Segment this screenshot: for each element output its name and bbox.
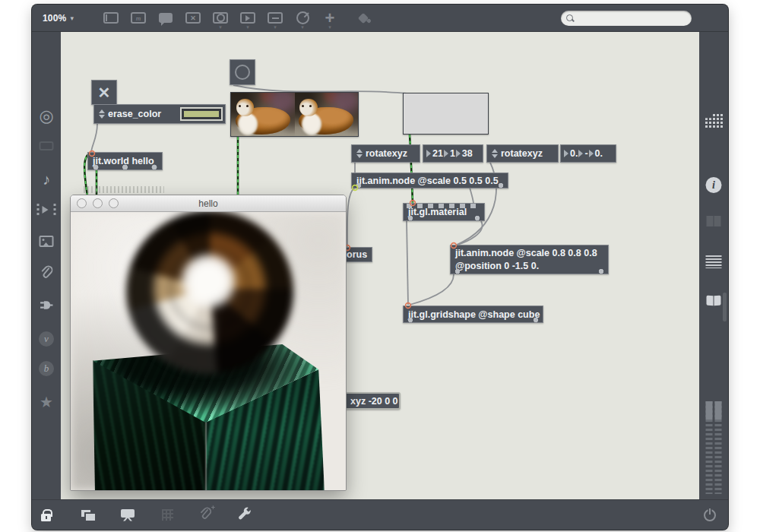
attrui-label: rotatexyz [366, 148, 407, 159]
window-titlebar[interactable]: hello [71, 195, 346, 212]
object-text: jit.anim.node @scale 0.5 0.5 0.5 [356, 176, 499, 186]
grid-icon[interactable] [162, 509, 173, 521]
number-cell[interactable]: 0. [564, 148, 578, 159]
sidebar-item-audio[interactable]: ♪ [43, 172, 50, 187]
toggle-object[interactable]: ✕ [91, 80, 117, 105]
object-jit-world[interactable]: jit.world hello [87, 152, 163, 170]
sidebar-item-media[interactable] [37, 204, 56, 216]
lock-icon[interactable] [41, 514, 51, 521]
chevron-down-icon: ▾ [219, 24, 222, 30]
chevron-down-icon: ▾ [328, 24, 331, 30]
sidebar-item-inspector[interactable]: i [706, 177, 722, 193]
chevron-down-icon: ▾ [246, 24, 249, 30]
max-patcher-window: 100% ▾ m ▾ ▾ ▾ ▾ +▾ ◎ ♪ [32, 5, 728, 530]
object-text-line1: jit.anim.node @scale 0.8 0.8 0.8 [455, 247, 597, 260]
sidebar-item-panes[interactable] [707, 216, 721, 226]
cat-image [231, 93, 295, 136]
new-playbar-button[interactable]: ▾ [239, 8, 256, 28]
textured-torus [126, 212, 293, 373]
close-icon[interactable] [77, 198, 87, 208]
sidebar-item-snippets[interactable] [40, 265, 53, 280]
cat-image [295, 93, 359, 136]
number-cell[interactable]: 21 [426, 148, 443, 159]
add-object-button[interactable]: +▾ [321, 8, 338, 28]
minimize-icon[interactable] [93, 198, 103, 208]
object-jit-anim-node-torus[interactable]: jit.anim.node @scale 0.5 0.5 0.5 [351, 173, 508, 188]
new-comment-button[interactable] [157, 8, 174, 28]
faded-text-artifact [84, 186, 164, 193]
reference-book-icon [707, 296, 721, 306]
attrui-label: erase_color [108, 109, 161, 119]
number-box-rotation-1[interactable]: 21 1 38 [423, 144, 483, 163]
search-input[interactable] [574, 12, 692, 24]
sidebar-item-blog[interactable]: b [39, 361, 54, 376]
bottom-toolbar: + [32, 499, 728, 530]
attrui-updown-icon[interactable] [98, 109, 105, 119]
object-jit-gl-gridshape-torus-partial[interactable]: orus [344, 247, 372, 262]
chevron-down-icon: ▾ [71, 14, 74, 22]
window-title: hello [198, 198, 217, 209]
message-rotatexyz-partial[interactable]: xyz -20 0 0 [344, 392, 401, 410]
message-text: xyz -20 0 0 [350, 396, 398, 407]
clip-add-icon[interactable]: + [199, 507, 211, 524]
new-button-button[interactable]: ▾ [212, 8, 229, 28]
bang-button-object[interactable] [230, 59, 255, 85]
wrench-icon[interactable] [237, 506, 252, 524]
sidebar-item-images[interactable] [40, 236, 54, 247]
toggle-icon [185, 12, 201, 24]
swatch-fill [184, 111, 219, 117]
sidebar-item-reference[interactable] [707, 296, 721, 306]
sidebar-item-audio-target[interactable]: ◎ [39, 108, 53, 125]
attrui-rotatexyz-1[interactable]: rotatexyz [351, 144, 420, 163]
new-object-button[interactable] [103, 8, 119, 28]
new-message-button[interactable]: m [130, 8, 147, 28]
number-cell[interactable]: 1 [444, 148, 455, 159]
attrui-updown-icon[interactable] [356, 149, 363, 158]
presentation-icon[interactable] [121, 509, 135, 521]
new-number-button[interactable]: ▾ [267, 8, 283, 28]
object-box-icon [103, 12, 119, 24]
number-cell[interactable]: 38 [456, 148, 473, 159]
object-text: jit.gl.gridshape @shape cube [408, 309, 540, 320]
playbar-icon [240, 12, 255, 24]
sidebar-item-console[interactable] [40, 141, 54, 150]
paint-theme-button[interactable] [356, 8, 373, 28]
comment-icon [159, 13, 173, 23]
jit-pwindow-cats[interactable] [230, 92, 359, 137]
object-jit-anim-node-cube[interactable]: jit.anim.node @scale 0.8 0.8 0.8 @positi… [450, 245, 609, 274]
sidebar-item-object-palette[interactable] [704, 112, 724, 128]
sidebar-item-console-list[interactable] [706, 255, 722, 268]
number-cell[interactable]: - [578, 148, 587, 159]
object-palette-icon [704, 112, 724, 128]
number-box-rotation-2[interactable]: 0. - 0. [560, 144, 616, 163]
list-icon [706, 255, 722, 268]
sidebar-item-vimeo[interactable]: v [39, 331, 54, 347]
color-swatch[interactable] [180, 107, 223, 121]
object-jit-gl-material[interactable]: jit.gl.material [403, 203, 485, 221]
vimeo-badge-icon: v [39, 331, 54, 347]
attrui-updown-icon[interactable] [491, 149, 498, 158]
attrui-erase-color[interactable]: erase_color [93, 104, 226, 124]
search-field[interactable] [561, 11, 692, 26]
sidebar-item-favorites[interactable]: ★ [40, 394, 53, 410]
object-jit-gl-gridshape-cube[interactable]: jit.gl.gridshape @shape cube [403, 306, 543, 323]
new-dial-button[interactable]: ▾ [294, 8, 311, 28]
traffic-light-buttons[interactable] [77, 198, 119, 208]
attrui-rotatexyz-2[interactable]: rotatexyz [486, 144, 559, 163]
left-sidebar: ◎ ♪ v b ★ [32, 32, 61, 499]
jitter-render-window[interactable]: hello [70, 195, 347, 491]
windows-icon[interactable] [81, 510, 95, 521]
power-icon[interactable] [704, 509, 716, 521]
zoom-control[interactable]: 100% ▾ [43, 13, 74, 24]
inspector-info-icon: i [706, 177, 722, 193]
button-icon [213, 12, 228, 24]
object-text: jit.world hello [93, 156, 154, 166]
new-toggle-button[interactable] [185, 8, 201, 28]
scrollbar-thumb[interactable] [723, 293, 727, 321]
sidebar-item-packages[interactable] [40, 298, 54, 312]
zoom-window-icon[interactable] [109, 198, 119, 208]
number-cell[interactable]: 0. [589, 148, 603, 159]
right-sidebar: i [699, 32, 728, 499]
jit-pwindow-noise[interactable] [403, 93, 489, 135]
patcher-canvas[interactable]: ✕ erase_color jit.world hello [61, 32, 699, 499]
